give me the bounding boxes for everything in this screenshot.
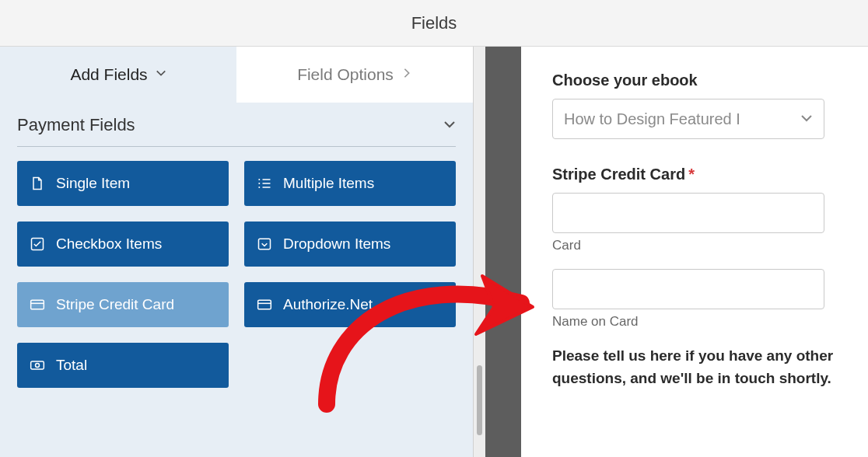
form-note: Please tell us here if you have any othe… — [552, 345, 845, 389]
field-label: Multiple Items — [283, 175, 374, 192]
ebook-select-value: How to Design Featured I — [564, 110, 740, 128]
scrollbar-track[interactable] — [473, 47, 485, 457]
tab-field-options-label: Field Options — [297, 65, 394, 84]
required-asterisk: * — [688, 166, 695, 183]
field-label: Stripe Credit Card — [56, 296, 174, 313]
add-fields-panel: Add Fields Field Options Payment Fields — [0, 47, 473, 457]
section-title: Payment Fields — [17, 115, 135, 135]
tab-field-options[interactable]: Field Options — [236, 47, 473, 103]
svg-point-5 — [258, 187, 260, 188]
name-on-card-input[interactable] — [552, 269, 824, 309]
svg-point-3 — [258, 179, 260, 180]
chevron-down-icon — [156, 68, 166, 82]
field-label: Total — [56, 357, 87, 374]
field-label: Authorize.Net — [283, 296, 373, 313]
list-icon — [257, 176, 272, 191]
ebook-label: Choose your ebook — [552, 72, 845, 89]
ebook-select[interactable]: How to Design Featured I — [552, 99, 824, 139]
tab-add-fields[interactable]: Add Fields — [0, 47, 236, 103]
money-icon — [30, 358, 45, 373]
chevron-down-icon — [443, 115, 456, 135]
page-title: Fields — [411, 13, 457, 33]
checkbox-icon — [30, 236, 45, 252]
section-header-payment-fields[interactable]: Payment Fields — [0, 103, 473, 146]
credit-card-icon — [30, 297, 45, 312]
dropdown-icon — [257, 236, 272, 252]
field-multiple-items[interactable]: Multiple Items — [244, 161, 456, 206]
svg-point-4 — [258, 183, 260, 184]
field-authorize-net[interactable]: Authorize.Net — [244, 282, 456, 327]
field-dropdown-items[interactable]: Dropdown Items — [244, 222, 456, 267]
card-sublabel: Card — [552, 238, 845, 253]
file-icon — [30, 176, 45, 191]
stripe-label: Stripe Credit Card* — [552, 166, 845, 183]
tab-add-fields-label: Add Fields — [70, 65, 147, 84]
chevron-right-icon — [401, 68, 412, 82]
field-stripe-credit-card[interactable]: Stripe Credit Card — [17, 282, 229, 327]
field-single-item[interactable]: Single Item — [17, 161, 229, 206]
field-total[interactable]: Total — [17, 343, 229, 388]
divider — [17, 146, 456, 147]
field-label: Checkbox Items — [56, 235, 162, 253]
name-on-card-sublabel: Name on Card — [552, 314, 845, 330]
svg-rect-10 — [258, 300, 271, 309]
stripe-label-text: Stripe Credit Card — [552, 166, 685, 183]
form-preview: Choose your ebook How to Design Featured… — [521, 47, 868, 457]
panel-gap — [485, 47, 521, 457]
scrollbar-thumb[interactable] — [477, 365, 482, 435]
field-checkbox-items[interactable]: Checkbox Items — [17, 222, 229, 267]
svg-rect-8 — [31, 300, 44, 309]
svg-rect-7 — [259, 239, 271, 249]
field-label: Single Item — [56, 175, 130, 192]
credit-card-icon — [257, 297, 272, 312]
card-input[interactable] — [552, 193, 824, 233]
svg-point-13 — [36, 364, 40, 368]
svg-rect-12 — [31, 361, 44, 369]
field-label: Dropdown Items — [283, 235, 390, 253]
chevron-down-icon — [800, 110, 813, 128]
